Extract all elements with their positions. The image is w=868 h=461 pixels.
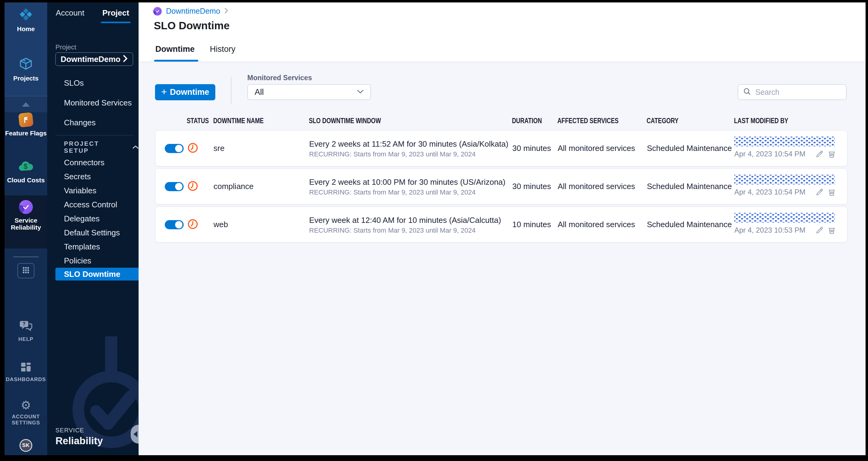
- sidebar-item-variables[interactable]: Variables: [47, 183, 138, 198]
- table-header: STATUS DOWNTIME NAME SLO DOWNTIME WINDOW…: [155, 114, 847, 127]
- sidebar-collapse-strip[interactable]: [5, 96, 47, 112]
- sidebar-item-access-control[interactable]: Access Control: [47, 198, 138, 211]
- downtime-table-body: sre Every 2 weeks at 11:52 AM for 30 min…: [155, 131, 847, 242]
- service-reliability-module-icon: [153, 7, 162, 16]
- sidebar-item-secrets[interactable]: Secrets: [47, 170, 138, 183]
- sidebar-item-templates[interactable]: Templates: [47, 240, 138, 254]
- clock-icon: [187, 180, 198, 193]
- sidebar-item-account-settings[interactable]: ⚙ ACCOUNTSETTINGS: [5, 399, 47, 426]
- sidebar-item-label: ServiceReliability: [11, 217, 41, 231]
- project-sidebar: Account Project Project DowntimeDemo SLO…: [47, 2, 138, 455]
- monitored-services-dropdown[interactable]: All: [247, 84, 371, 100]
- user-avatar[interactable]: SK: [20, 439, 32, 452]
- tab-downtime[interactable]: Downtime: [155, 43, 195, 62]
- sidebar-item-default-settings[interactable]: Default Settings: [47, 226, 138, 240]
- tab-history[interactable]: History: [210, 43, 236, 62]
- table-row[interactable]: sre Every 2 weeks at 11:52 AM for 30 min…: [155, 131, 847, 166]
- chevron-down-icon: [357, 89, 364, 95]
- affected-services-cell: All monitored services: [558, 182, 647, 191]
- module-grid-button[interactable]: [18, 263, 34, 278]
- column-header-status: STATUS: [187, 117, 208, 125]
- status-toggle[interactable]: [165, 182, 184, 191]
- status-toggle[interactable]: [165, 220, 184, 229]
- sidebar-item-changes[interactable]: Changes: [47, 113, 138, 133]
- sidebar-item-connectors[interactable]: Connectors: [47, 155, 138, 170]
- project-selector[interactable]: DowntimeDemo: [56, 53, 133, 66]
- toolbar-divider: [231, 77, 231, 104]
- scope-tabs: Account Project: [47, 2, 138, 23]
- chevron-right-icon: [123, 55, 128, 63]
- page-header: DowntimeDemo SLO Downtime Downtime Histo…: [138, 2, 866, 62]
- tab-project[interactable]: Project: [93, 2, 138, 23]
- new-downtime-button[interactable]: + Downtime: [155, 84, 215, 100]
- downtime-name-cell: sre: [214, 144, 309, 153]
- new-downtime-button-label: Downtime: [170, 87, 209, 97]
- last-modified-cell: Apr 4, 2023 10:54 PM: [734, 137, 838, 160]
- edit-button[interactable]: [813, 148, 826, 160]
- sidebar-item-feature-flags[interactable]: Feature Flags: [5, 113, 47, 137]
- column-header-downtime-name: DOWNTIME NAME: [213, 117, 291, 125]
- monitored-services-label: Monitored Services: [247, 74, 312, 82]
- table-row[interactable]: compliance Every 2 weeks at 10:00 PM for…: [155, 169, 847, 204]
- help-icon: ?: [19, 320, 33, 334]
- sidebar-item-slos[interactable]: SLOs: [47, 73, 138, 93]
- svg-text:?: ?: [23, 321, 26, 326]
- clock-icon: [187, 142, 198, 154]
- project-selector-value: DowntimeDemo: [61, 55, 123, 64]
- delete-button[interactable]: [826, 186, 838, 198]
- delete-button[interactable]: [826, 148, 838, 160]
- category-cell: Scheduled Maintenance: [647, 144, 734, 153]
- breadcrumb-project-link[interactable]: DowntimeDemo: [166, 7, 220, 16]
- monitored-services-dropdown-value: All: [255, 87, 357, 97]
- sidebar-collapse-button[interactable]: [131, 425, 138, 443]
- recurrence-text: RECURRING: Starts from Mar 9, 2023 until…: [309, 150, 512, 158]
- sidebar-item-help[interactable]: ? HELP: [5, 320, 47, 342]
- sidebar-item-label: DASHBOARDS: [6, 377, 46, 383]
- apps-grid-icon: [22, 266, 30, 275]
- sidebar-item-monitored-services[interactable]: Monitored Services: [47, 93, 138, 113]
- sidebar-item-service-reliability[interactable]: ServiceReliability: [5, 200, 47, 231]
- search-icon: [743, 87, 751, 97]
- downtime-name-cell: web: [214, 220, 309, 229]
- service-reliability-icon: [19, 200, 33, 214]
- sidebar-item-label: ACCOUNTSETTINGS: [11, 414, 40, 426]
- downtime-window-cell: Every week at 12:40 AM for 10 minutes (A…: [309, 215, 512, 234]
- breadcrumb: DowntimeDemo: [153, 7, 228, 16]
- clock-icon: [187, 219, 198, 231]
- redacted-username: [734, 137, 835, 146]
- affected-services-cell: All monitored services: [558, 144, 647, 153]
- project-label: Project: [56, 43, 76, 51]
- edit-button[interactable]: [813, 224, 826, 236]
- sidebar-item-label: Cloud Costs: [7, 176, 45, 183]
- search-box: [738, 84, 847, 100]
- caret-up-icon: [22, 102, 30, 107]
- last-modified-date: Apr 4, 2023 10:54 PM: [734, 188, 813, 196]
- page-title: SLO Downtime: [154, 20, 230, 32]
- downtime-window-cell: Every 2 weeks at 11:52 AM for 30 minutes…: [309, 139, 512, 158]
- status-toggle[interactable]: [165, 144, 184, 153]
- duration-cell: 30 minutes: [512, 144, 558, 153]
- feature-flags-icon: [18, 112, 34, 128]
- table-row[interactable]: web Every week at 12:40 AM for 10 minute…: [155, 207, 847, 242]
- edit-button[interactable]: [813, 186, 826, 198]
- window-text: Every 2 weeks at 11:52 AM for 30 minutes…: [309, 139, 512, 149]
- project-menu: SLOs Monitored Services Changes: [47, 73, 138, 133]
- category-cell: Scheduled Maintenance: [647, 220, 734, 229]
- sidebar-item-slo-downtime-active[interactable]: SLO Downtime: [56, 268, 138, 281]
- project-setup-section-header[interactable]: PROJECT SETUP: [47, 140, 138, 154]
- delete-button[interactable]: [826, 224, 838, 236]
- sidebar-item-dashboards[interactable]: DASHBOARDS: [5, 362, 47, 383]
- search-input[interactable]: [755, 88, 854, 97]
- sidebar-item-label: Home: [17, 25, 35, 32]
- last-modified-cell: Apr 4, 2023 10:53 PM: [734, 213, 838, 236]
- sidebar-item-policies[interactable]: Policies: [47, 254, 138, 268]
- chevron-up-icon: [132, 145, 138, 150]
- sidebar-item-delegates[interactable]: Delegates: [47, 211, 138, 226]
- sidebar-item-profile[interactable]: SK: [5, 439, 47, 452]
- page-tabs: Downtime History: [155, 43, 236, 62]
- sidebar-item-home[interactable]: Home: [5, 8, 47, 32]
- tab-account[interactable]: Account: [47, 2, 93, 23]
- sidebar-item-cloud-costs[interactable]: $ Cloud Costs: [5, 161, 47, 183]
- sidebar-item-projects[interactable]: Projects: [5, 57, 47, 82]
- project-setup-title: PROJECT SETUP: [64, 140, 119, 154]
